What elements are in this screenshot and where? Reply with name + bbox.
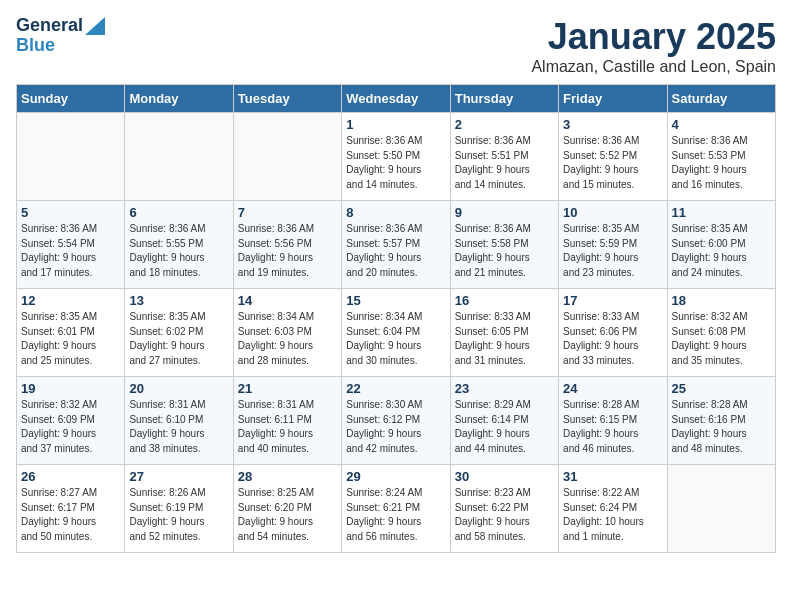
day-info: Sunrise: 8:36 AM Sunset: 5:54 PM Dayligh…	[21, 222, 120, 280]
calendar-cell	[233, 113, 341, 201]
day-number: 31	[563, 469, 662, 484]
day-number: 11	[672, 205, 771, 220]
day-info: Sunrise: 8:36 AM Sunset: 5:56 PM Dayligh…	[238, 222, 337, 280]
calendar-cell: 17Sunrise: 8:33 AM Sunset: 6:06 PM Dayli…	[559, 289, 667, 377]
day-number: 6	[129, 205, 228, 220]
day-info: Sunrise: 8:32 AM Sunset: 6:09 PM Dayligh…	[21, 398, 120, 456]
calendar-cell: 21Sunrise: 8:31 AM Sunset: 6:11 PM Dayli…	[233, 377, 341, 465]
header-wednesday: Wednesday	[342, 85, 450, 113]
calendar-cell: 22Sunrise: 8:30 AM Sunset: 6:12 PM Dayli…	[342, 377, 450, 465]
day-info: Sunrise: 8:28 AM Sunset: 6:15 PM Dayligh…	[563, 398, 662, 456]
calendar-cell: 14Sunrise: 8:34 AM Sunset: 6:03 PM Dayli…	[233, 289, 341, 377]
calendar-cell: 20Sunrise: 8:31 AM Sunset: 6:10 PM Dayli…	[125, 377, 233, 465]
day-number: 17	[563, 293, 662, 308]
day-number: 1	[346, 117, 445, 132]
day-info: Sunrise: 8:35 AM Sunset: 6:01 PM Dayligh…	[21, 310, 120, 368]
day-info: Sunrise: 8:27 AM Sunset: 6:17 PM Dayligh…	[21, 486, 120, 544]
calendar-cell: 31Sunrise: 8:22 AM Sunset: 6:24 PM Dayli…	[559, 465, 667, 553]
day-info: Sunrise: 8:36 AM Sunset: 5:51 PM Dayligh…	[455, 134, 554, 192]
day-number: 2	[455, 117, 554, 132]
day-number: 15	[346, 293, 445, 308]
day-info: Sunrise: 8:36 AM Sunset: 5:50 PM Dayligh…	[346, 134, 445, 192]
day-info: Sunrise: 8:35 AM Sunset: 5:59 PM Dayligh…	[563, 222, 662, 280]
calendar-cell: 23Sunrise: 8:29 AM Sunset: 6:14 PM Dayli…	[450, 377, 558, 465]
title-block: January 2025 Almazan, Castille and Leon,…	[531, 16, 776, 76]
day-info: Sunrise: 8:29 AM Sunset: 6:14 PM Dayligh…	[455, 398, 554, 456]
day-info: Sunrise: 8:35 AM Sunset: 6:02 PM Dayligh…	[129, 310, 228, 368]
calendar-cell	[667, 465, 775, 553]
logo: General Blue	[16, 16, 105, 56]
week-row-3: 19Sunrise: 8:32 AM Sunset: 6:09 PM Dayli…	[17, 377, 776, 465]
day-info: Sunrise: 8:36 AM Sunset: 5:53 PM Dayligh…	[672, 134, 771, 192]
day-number: 22	[346, 381, 445, 396]
week-row-2: 12Sunrise: 8:35 AM Sunset: 6:01 PM Dayli…	[17, 289, 776, 377]
calendar-cell: 13Sunrise: 8:35 AM Sunset: 6:02 PM Dayli…	[125, 289, 233, 377]
header-thursday: Thursday	[450, 85, 558, 113]
day-number: 20	[129, 381, 228, 396]
calendar-cell: 28Sunrise: 8:25 AM Sunset: 6:20 PM Dayli…	[233, 465, 341, 553]
calendar-cell: 11Sunrise: 8:35 AM Sunset: 6:00 PM Dayli…	[667, 201, 775, 289]
day-number: 24	[563, 381, 662, 396]
calendar-cell: 18Sunrise: 8:32 AM Sunset: 6:08 PM Dayli…	[667, 289, 775, 377]
day-info: Sunrise: 8:23 AM Sunset: 6:22 PM Dayligh…	[455, 486, 554, 544]
day-number: 25	[672, 381, 771, 396]
day-info: Sunrise: 8:36 AM Sunset: 5:55 PM Dayligh…	[129, 222, 228, 280]
calendar-cell: 29Sunrise: 8:24 AM Sunset: 6:21 PM Dayli…	[342, 465, 450, 553]
calendar-cell: 6Sunrise: 8:36 AM Sunset: 5:55 PM Daylig…	[125, 201, 233, 289]
calendar-cell: 15Sunrise: 8:34 AM Sunset: 6:04 PM Dayli…	[342, 289, 450, 377]
calendar-cell: 12Sunrise: 8:35 AM Sunset: 6:01 PM Dayli…	[17, 289, 125, 377]
calendar-cell: 8Sunrise: 8:36 AM Sunset: 5:57 PM Daylig…	[342, 201, 450, 289]
day-number: 8	[346, 205, 445, 220]
calendar-cell: 4Sunrise: 8:36 AM Sunset: 5:53 PM Daylig…	[667, 113, 775, 201]
calendar-cell: 5Sunrise: 8:36 AM Sunset: 5:54 PM Daylig…	[17, 201, 125, 289]
day-info: Sunrise: 8:35 AM Sunset: 6:00 PM Dayligh…	[672, 222, 771, 280]
day-number: 7	[238, 205, 337, 220]
day-number: 14	[238, 293, 337, 308]
calendar-cell	[125, 113, 233, 201]
calendar-cell: 27Sunrise: 8:26 AM Sunset: 6:19 PM Dayli…	[125, 465, 233, 553]
calendar-cell: 19Sunrise: 8:32 AM Sunset: 6:09 PM Dayli…	[17, 377, 125, 465]
day-number: 5	[21, 205, 120, 220]
calendar-body: 1Sunrise: 8:36 AM Sunset: 5:50 PM Daylig…	[17, 113, 776, 553]
page-header: General Blue January 2025 Almazan, Casti…	[16, 16, 776, 76]
day-number: 9	[455, 205, 554, 220]
calendar-cell: 10Sunrise: 8:35 AM Sunset: 5:59 PM Dayli…	[559, 201, 667, 289]
day-info: Sunrise: 8:28 AM Sunset: 6:16 PM Dayligh…	[672, 398, 771, 456]
day-number: 16	[455, 293, 554, 308]
day-info: Sunrise: 8:25 AM Sunset: 6:20 PM Dayligh…	[238, 486, 337, 544]
header-row: SundayMondayTuesdayWednesdayThursdayFrid…	[17, 85, 776, 113]
calendar-table: SundayMondayTuesdayWednesdayThursdayFrid…	[16, 84, 776, 553]
week-row-1: 5Sunrise: 8:36 AM Sunset: 5:54 PM Daylig…	[17, 201, 776, 289]
calendar-cell: 30Sunrise: 8:23 AM Sunset: 6:22 PM Dayli…	[450, 465, 558, 553]
day-info: Sunrise: 8:33 AM Sunset: 6:06 PM Dayligh…	[563, 310, 662, 368]
day-number: 3	[563, 117, 662, 132]
day-info: Sunrise: 8:31 AM Sunset: 6:11 PM Dayligh…	[238, 398, 337, 456]
day-number: 30	[455, 469, 554, 484]
day-info: Sunrise: 8:36 AM Sunset: 5:58 PM Dayligh…	[455, 222, 554, 280]
calendar-title: January 2025	[531, 16, 776, 58]
header-monday: Monday	[125, 85, 233, 113]
calendar-cell: 24Sunrise: 8:28 AM Sunset: 6:15 PM Dayli…	[559, 377, 667, 465]
calendar-cell: 16Sunrise: 8:33 AM Sunset: 6:05 PM Dayli…	[450, 289, 558, 377]
calendar-cell: 1Sunrise: 8:36 AM Sunset: 5:50 PM Daylig…	[342, 113, 450, 201]
day-info: Sunrise: 8:30 AM Sunset: 6:12 PM Dayligh…	[346, 398, 445, 456]
logo-text-blue: Blue	[16, 36, 55, 56]
week-row-4: 26Sunrise: 8:27 AM Sunset: 6:17 PM Dayli…	[17, 465, 776, 553]
day-number: 18	[672, 293, 771, 308]
day-number: 27	[129, 469, 228, 484]
calendar-cell: 9Sunrise: 8:36 AM Sunset: 5:58 PM Daylig…	[450, 201, 558, 289]
header-sunday: Sunday	[17, 85, 125, 113]
day-info: Sunrise: 8:24 AM Sunset: 6:21 PM Dayligh…	[346, 486, 445, 544]
day-number: 19	[21, 381, 120, 396]
day-info: Sunrise: 8:31 AM Sunset: 6:10 PM Dayligh…	[129, 398, 228, 456]
calendar-header: SundayMondayTuesdayWednesdayThursdayFrid…	[17, 85, 776, 113]
day-number: 28	[238, 469, 337, 484]
calendar-cell: 26Sunrise: 8:27 AM Sunset: 6:17 PM Dayli…	[17, 465, 125, 553]
calendar-subtitle: Almazan, Castille and Leon, Spain	[531, 58, 776, 76]
calendar-cell	[17, 113, 125, 201]
logo-arrow-icon	[85, 17, 105, 35]
header-saturday: Saturday	[667, 85, 775, 113]
day-info: Sunrise: 8:26 AM Sunset: 6:19 PM Dayligh…	[129, 486, 228, 544]
day-info: Sunrise: 8:36 AM Sunset: 5:52 PM Dayligh…	[563, 134, 662, 192]
calendar-cell: 2Sunrise: 8:36 AM Sunset: 5:51 PM Daylig…	[450, 113, 558, 201]
